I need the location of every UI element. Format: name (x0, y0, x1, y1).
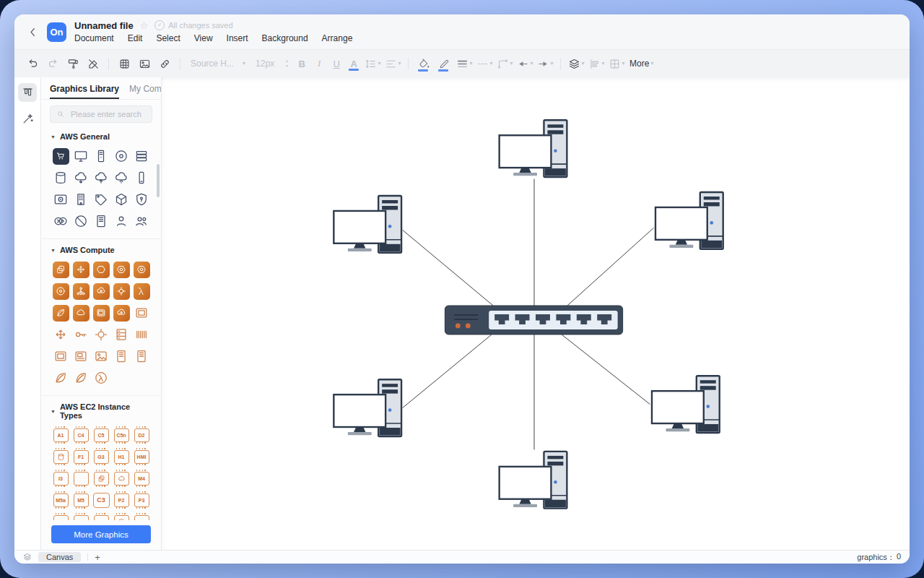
menu-select[interactable]: Select (156, 33, 180, 44)
snap-grid-icon[interactable] (115, 55, 134, 72)
font-family-select[interactable]: Source H...▾ (186, 59, 250, 69)
connector-style-icon[interactable]: ▾ (495, 55, 514, 72)
shape-elastic-fabric[interactable] (51, 282, 71, 300)
shape-ec2-stack[interactable] (91, 470, 111, 487)
connector-line[interactable] (567, 228, 654, 306)
shape-ec2-P3[interactable]: P3 (131, 491, 152, 509)
computer-bottom[interactable] (500, 452, 567, 509)
shape-ec2-R5a[interactable]: R5a (71, 513, 91, 520)
app-logo[interactable]: On (47, 22, 66, 42)
shape-ec2-P2[interactable]: P2 (111, 491, 131, 509)
italic-button[interactable]: I (311, 55, 327, 72)
menu-background[interactable]: Background (262, 33, 308, 44)
shape-ec2-spot[interactable] (111, 513, 131, 520)
shape-traditional-server[interactable] (91, 147, 111, 165)
canvas-page-tab[interactable]: Canvas (38, 552, 81, 562)
shape-ec2-I3[interactable]: I3 (51, 470, 71, 487)
file-title[interactable]: Unnamed file (74, 20, 134, 31)
shape-instance-list[interactable] (131, 348, 152, 365)
shape-golden-image[interactable] (91, 348, 111, 365)
shape-ec2-R4[interactable]: R4 (51, 513, 71, 520)
shape-auto-scaling-group[interactable] (51, 326, 71, 343)
more-menu-button[interactable]: More▾ (627, 55, 655, 72)
shape-mobile-client[interactable] (131, 169, 152, 186)
shape-multimedia[interactable] (51, 191, 71, 208)
tab-graphics-library[interactable]: Graphics Library (50, 77, 119, 99)
star-icon[interactable]: ☆ (140, 21, 149, 30)
computer-top[interactable] (500, 120, 567, 177)
shape-ec2-C5[interactable]: C5 (91, 426, 111, 444)
font-color-button[interactable]: A (346, 55, 362, 72)
pages-layers-icon[interactable] (23, 553, 32, 561)
bold-button[interactable]: B (294, 55, 310, 72)
shape-ec2-M5a[interactable]: M5a (51, 491, 71, 509)
shape-ec2-M4[interactable]: M4 (131, 470, 152, 487)
section-header-2[interactable]: ▼ AWS EC2 Instance Types (41, 396, 161, 422)
shape-cloud-connected[interactable] (111, 169, 131, 186)
shape-client-monitor[interactable] (71, 147, 91, 165)
shape-ami[interactable] (51, 348, 71, 365)
arrow-end-icon[interactable]: ▾ (536, 55, 554, 72)
shape-ec2-container-service[interactable] (91, 261, 111, 278)
add-page-button[interactable]: + (95, 553, 100, 562)
menu-insert[interactable]: Insert (227, 33, 248, 44)
computer-lower-right[interactable] (652, 376, 720, 433)
shape-savings-plans[interactable] (131, 261, 152, 278)
shape-sprout[interactable] (71, 369, 91, 387)
shape-ec2-cloud[interactable] (111, 470, 131, 487)
shape-ec2-D2[interactable]: D2 (131, 426, 152, 444)
shape-tag[interactable] (91, 191, 111, 208)
menu-edit[interactable]: Edit (128, 33, 143, 44)
shape-ec2-C5n[interactable]: C5n (111, 426, 131, 444)
back-button[interactable] (25, 24, 40, 40)
more-graphics-button[interactable]: More Graphics (51, 525, 151, 543)
shape-ec2-G3[interactable]: G3 (91, 448, 111, 465)
font-size-select[interactable]: 12px▴▾ (251, 59, 292, 69)
menu-view[interactable]: View (194, 33, 213, 44)
shape-cloud-upload[interactable] (91, 169, 111, 186)
underline-button[interactable]: U (328, 55, 344, 72)
shape-ec2-C3[interactable]: C3 (91, 491, 111, 509)
shape-serverless[interactable] (91, 369, 111, 387)
shape-generic-server[interactable] (91, 212, 111, 230)
shape-amazon-ec2[interactable] (51, 261, 71, 278)
shape-shield-security[interactable] (131, 191, 152, 208)
computer-upper-left[interactable] (334, 196, 401, 253)
shape-ec2-T2[interactable]: T2 (131, 513, 152, 520)
magic-wand-button[interactable] (18, 109, 37, 128)
shape-ec2-R5[interactable]: R5 (91, 513, 111, 520)
line-style-icon[interactable]: ▾ (475, 55, 494, 72)
shape-users[interactable] (131, 212, 152, 230)
shape-auto-scaling[interactable] (71, 261, 91, 278)
undo-icon[interactable] (23, 55, 42, 72)
shape-instance-contents[interactable] (111, 348, 131, 365)
clear-format-icon[interactable] (84, 55, 103, 72)
section-header-1[interactable]: ▼ AWS Compute (41, 239, 161, 256)
arrow-start-icon[interactable]: ▾ (515, 55, 534, 72)
redo-icon[interactable] (43, 55, 62, 72)
shape-instance-with-monitor[interactable] (71, 348, 91, 365)
shape-ec2-HMI[interactable]: HMI (131, 448, 152, 465)
shape-ec2-container-registry[interactable] (111, 261, 131, 278)
shape-corporate-data-center[interactable] (71, 191, 91, 208)
network-switch[interactable] (445, 306, 622, 335)
align-objects-icon[interactable]: ▾ (587, 55, 606, 72)
shape-aws-outposts[interactable] (111, 282, 131, 300)
shape-server-stack[interactable] (131, 147, 152, 165)
shape-habitat-leaf[interactable] (51, 369, 71, 387)
fill-color-icon[interactable] (414, 55, 433, 72)
shape-disk[interactable] (111, 147, 131, 165)
shape-fast-forward[interactable] (51, 212, 71, 230)
section-header-0[interactable]: ▼ AWS General (41, 126, 161, 143)
shape-aws-batch[interactable] (71, 282, 91, 300)
shape-db-on-instance[interactable] (111, 326, 131, 343)
format-painter-icon[interactable] (64, 55, 82, 72)
shape-ec2-cloud[interactable] (71, 304, 91, 322)
insert-link-icon[interactable] (155, 55, 174, 72)
shape-ec2-blank[interactable] (71, 470, 91, 487)
menu-arrange[interactable]: Arrange (322, 33, 353, 44)
menu-document[interactable]: Document (74, 33, 114, 44)
shape-ec2-M5[interactable]: M5 (71, 491, 91, 509)
shape-ec2-H1[interactable]: H1 (111, 448, 131, 465)
shape-user[interactable] (111, 212, 131, 230)
